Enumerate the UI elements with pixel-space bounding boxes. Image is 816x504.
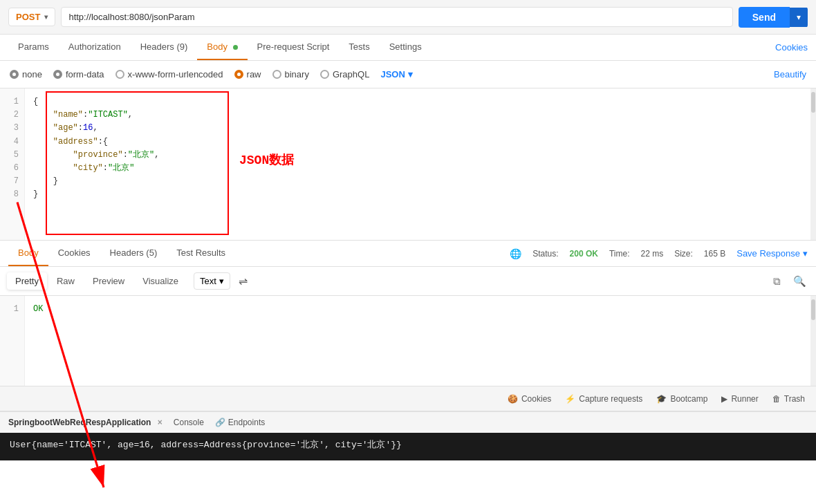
text-chevron-icon: ▾ [219, 276, 224, 286]
bootcamp-icon: 🎓 [656, 394, 667, 404]
time-label: Time: [609, 249, 630, 259]
response-tab-body[interactable]: Body [8, 241, 48, 266]
tab-body[interactable]: Body [197, 35, 247, 60]
format-row: Pretty Raw Preview Visualize Text ▾ ⇌ ⧉ … [0, 267, 816, 296]
response-tabs: Body Cookies Headers (5) Test Results 🌐 … [0, 241, 816, 267]
save-response-button[interactable]: Save Response ▾ [736, 248, 808, 259]
line-numbers: 12345678 [0, 88, 25, 240]
method-dropdown[interactable]: POST ▾ [8, 8, 55, 26]
tab-pre-request[interactable]: Pre-request Script [248, 35, 340, 60]
code-editor[interactable]: { "name":"ITCAST", "age":16, "address":{… [25, 88, 810, 240]
editor-scrollbar-thumb[interactable] [811, 92, 815, 113]
save-response-chevron-icon: ▾ [803, 248, 808, 259]
response-line-numbers: 1 [0, 296, 25, 386]
console-header: SpringbootWebReqRespApplication × Consol… [0, 411, 816, 433]
size-label: Size: [674, 249, 693, 259]
cookies-icon: 🍪 [508, 394, 518, 404]
none-option[interactable]: none [10, 69, 42, 80]
status-value: 200 OK [570, 249, 598, 259]
time-value: 22 ms [640, 249, 663, 259]
bottom-capture[interactable]: ⚡ Capture requests [565, 394, 642, 404]
copy-icon[interactable]: ⧉ [770, 272, 783, 290]
url-input[interactable] [61, 7, 732, 27]
wrap-icon[interactable]: ⇌ [239, 274, 248, 288]
response-tab-headers[interactable]: Headers (5) [100, 241, 167, 266]
tab-headers[interactable]: Headers (9) [131, 35, 198, 60]
response-content: OK [25, 296, 810, 386]
tab-settings[interactable]: Settings [380, 35, 432, 60]
response-tab-cookies[interactable]: Cookies [48, 241, 100, 266]
bottom-bar: 🍪 Cookies ⚡ Capture requests 🎓 Bootcamp … [0, 386, 816, 411]
send-dropdown-button[interactable]: ▾ [790, 8, 808, 27]
url-bar: POST ▾ Send ▾ [0, 0, 816, 35]
status-label: Status: [532, 249, 558, 259]
tab-authorization[interactable]: Authorization [59, 35, 131, 60]
console-text: User{name='ITCAST', age=16, address=Addr… [10, 440, 402, 450]
endpoints-tab-link[interactable]: 🔗 Endpoints [215, 418, 265, 427]
send-button-group: Send ▾ [739, 7, 808, 28]
bottom-runner[interactable]: ▶ Runner [721, 394, 758, 404]
request-tabs: Params Authorization Headers (9) Body Pr… [0, 35, 816, 61]
cookies-link[interactable]: Cookies [775, 42, 808, 53]
response-scrollbar-thumb[interactable] [811, 299, 815, 320]
response-body-area: 1 OK [0, 296, 816, 386]
app-tab-close[interactable]: × [158, 418, 163, 427]
graphql-radio[interactable] [320, 70, 329, 79]
search-icon[interactable]: 🔍 [790, 272, 809, 290]
bottom-cookies[interactable]: 🍪 Cookies [508, 394, 551, 404]
console-tab-link[interactable]: Console [174, 418, 204, 427]
response-tab-test-results[interactable]: Test Results [167, 241, 235, 266]
raw-radio[interactable] [234, 70, 243, 79]
send-button[interactable]: Send [739, 7, 790, 28]
text-format-select[interactable]: Text ▾ [194, 272, 230, 290]
request-body-editor: 12345678 { "name":"ITCAST", "age":16, "a… [0, 88, 816, 241]
graphql-option[interactable]: GraphQL [320, 69, 369, 80]
tab-tests[interactable]: Tests [339, 35, 379, 60]
none-radio[interactable] [10, 70, 19, 79]
method-label: POST [16, 12, 40, 22]
size-value: 165 B [704, 249, 725, 259]
preview-button[interactable]: Preview [84, 272, 133, 290]
globe-icon: 🌐 [510, 248, 521, 259]
body-type-row: none form-data x-www-form-urlencoded raw… [0, 61, 816, 88]
runner-icon: ▶ [721, 394, 727, 404]
visualize-button[interactable]: Visualize [134, 272, 187, 290]
tab-params[interactable]: Params [8, 35, 59, 60]
console-output: User{name='ITCAST', age=16, address=Addr… [0, 433, 816, 460]
body-active-dot [233, 45, 238, 50]
bottom-bootcamp[interactable]: 🎓 Bootcamp [656, 394, 707, 404]
endpoints-icon: 🔗 [215, 418, 225, 427]
pretty-button[interactable]: Pretty [7, 272, 47, 290]
method-chevron-icon: ▾ [44, 13, 48, 21]
response-status-area: 🌐 Status: 200 OK Time: 22 ms Size: 165 B… [510, 248, 808, 259]
urlencoded-radio[interactable] [115, 70, 124, 79]
raw-button[interactable]: Raw [48, 272, 83, 290]
form-data-radio[interactable] [53, 70, 62, 79]
binary-radio[interactable] [272, 70, 281, 79]
app-tab[interactable]: SpringbootWebReqRespApplication × [8, 418, 163, 427]
json-format-select[interactable]: JSON ▾ [380, 69, 412, 80]
trash-icon: 🗑 [772, 394, 781, 404]
json-chevron-icon: ▾ [408, 69, 413, 80]
binary-option[interactable]: binary [272, 69, 309, 80]
response-scrollbar[interactable] [810, 296, 816, 386]
urlencoded-option[interactable]: x-www-form-urlencoded [115, 69, 223, 80]
raw-option[interactable]: raw [234, 69, 261, 80]
bottom-trash[interactable]: 🗑 Trash [772, 394, 805, 404]
capture-icon: ⚡ [565, 394, 575, 404]
beautify-link[interactable]: Beautify [774, 69, 806, 80]
editor-scrollbar[interactable] [810, 88, 816, 240]
form-data-option[interactable]: form-data [53, 69, 104, 80]
